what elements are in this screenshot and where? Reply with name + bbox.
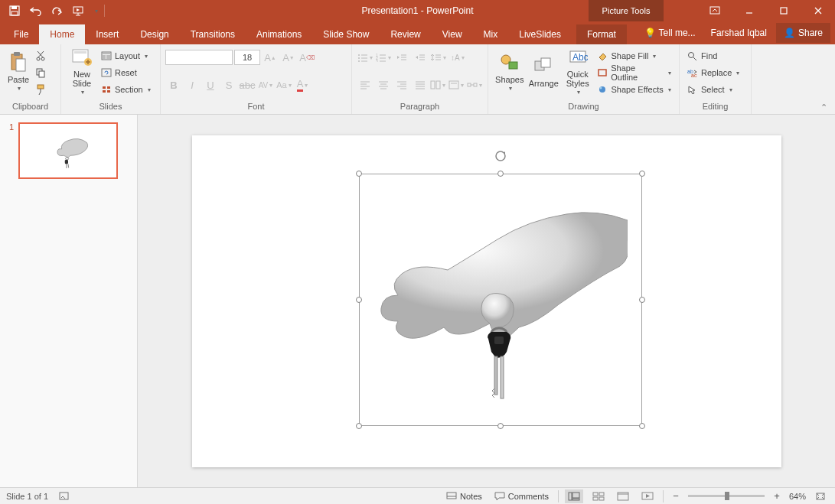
- comments-button[interactable]: Comments: [491, 488, 552, 505]
- slide[interactable]: [192, 135, 781, 467]
- bullets-button[interactable]: [357, 49, 373, 66]
- text-direction-button[interactable]: ↕A: [448, 49, 465, 66]
- tab-view[interactable]: View: [432, 24, 473, 44]
- spell-check-icon[interactable]: [59, 491, 71, 502]
- font-family-combo[interactable]: [165, 50, 233, 65]
- fit-to-window-button[interactable]: [812, 488, 829, 505]
- zoom-level[interactable]: 64%: [789, 492, 806, 501]
- shape-outline-button[interactable]: Shape Outline: [594, 64, 674, 81]
- increase-indent-button[interactable]: [412, 49, 429, 66]
- align-right-button[interactable]: [393, 76, 410, 93]
- decrease-font-button[interactable]: A▼: [280, 49, 297, 66]
- columns-button[interactable]: [429, 76, 446, 93]
- char-spacing-button[interactable]: AV: [257, 76, 274, 93]
- slide-sorter-view-button[interactable]: [589, 489, 608, 503]
- ribbon-display-options-button[interactable]: [697, 0, 732, 21]
- arrange-button[interactable]: Arrange: [527, 46, 561, 96]
- tab-design[interactable]: Design: [129, 24, 179, 44]
- window-title: Presentation1 - PowerPoint: [361, 5, 473, 16]
- tab-home[interactable]: Home: [39, 24, 85, 44]
- shadow-button[interactable]: S: [220, 76, 237, 93]
- slide-thumbnail-panel[interactable]: 1: [0, 115, 138, 487]
- thumbnail-slide-1[interactable]: 1: [9, 122, 128, 179]
- tab-liveslides[interactable]: LiveSlides: [508, 24, 572, 44]
- normal-view-button[interactable]: [565, 489, 583, 503]
- share-button[interactable]: 👤Share: [776, 23, 830, 43]
- resize-handle-bm[interactable]: [497, 423, 504, 429]
- tab-review[interactable]: Review: [380, 24, 431, 44]
- resize-handle-mr[interactable]: [639, 297, 645, 303]
- shape-effects-button[interactable]: Shape Effects: [594, 81, 674, 98]
- paragraph-group-label: Paragraph: [352, 102, 488, 114]
- decrease-indent-button[interactable]: [393, 49, 410, 66]
- thumbnail-preview[interactable]: [18, 122, 118, 179]
- tab-mix[interactable]: Mix: [473, 24, 509, 44]
- change-case-button[interactable]: Aa: [276, 76, 292, 93]
- bold-button[interactable]: B: [165, 76, 182, 93]
- font-size-combo[interactable]: 18: [234, 50, 260, 65]
- zoom-out-button[interactable]: −: [670, 488, 682, 505]
- quick-styles-button[interactable]: AbcQuick Styles: [561, 46, 595, 96]
- tab-file[interactable]: File: [3, 24, 39, 44]
- line-spacing-button[interactable]: [430, 49, 447, 66]
- zoom-slider[interactable]: [688, 495, 765, 497]
- select-button[interactable]: Select: [684, 81, 742, 98]
- new-slide-button[interactable]: New Slide: [66, 46, 98, 96]
- tab-slideshow[interactable]: Slide Show: [312, 24, 380, 44]
- zoom-in-button[interactable]: +: [771, 488, 783, 505]
- reset-button[interactable]: Reset: [98, 64, 154, 81]
- section-button[interactable]: Section: [98, 81, 154, 98]
- numbering-button[interactable]: 123: [375, 49, 392, 66]
- tab-insert[interactable]: Insert: [85, 24, 129, 44]
- start-from-beginning-button[interactable]: [69, 2, 89, 20]
- clear-formatting-button[interactable]: A⌫: [298, 49, 315, 66]
- shape-fill-button[interactable]: Shape Fill: [594, 47, 674, 64]
- underline-button[interactable]: U: [202, 76, 219, 93]
- paste-button[interactable]: Paste: [5, 46, 32, 96]
- resize-handle-bl[interactable]: [356, 423, 362, 429]
- redo-button[interactable]: [47, 2, 67, 20]
- reading-view-button[interactable]: [614, 489, 632, 503]
- zoom-slider-thumb[interactable]: [725, 492, 729, 500]
- replace-button[interactable]: abacReplace: [684, 64, 742, 81]
- align-center-button[interactable]: [375, 76, 392, 93]
- resize-handle-br[interactable]: [639, 423, 645, 429]
- format-painter-button[interactable]: [32, 81, 49, 98]
- tab-animations[interactable]: Animations: [246, 24, 312, 44]
- tab-format[interactable]: Format: [576, 24, 627, 44]
- qat-customize-button[interactable]: [90, 2, 101, 20]
- align-text-button[interactable]: [448, 76, 465, 93]
- collapse-ribbon-button[interactable]: ⌃: [817, 102, 830, 112]
- close-button[interactable]: [801, 0, 835, 21]
- find-button[interactable]: Find: [684, 47, 742, 64]
- minimize-button[interactable]: [732, 0, 766, 21]
- resize-handle-tl[interactable]: [356, 171, 362, 177]
- layout-button[interactable]: Layout: [98, 47, 154, 64]
- resize-handle-tm[interactable]: [497, 171, 504, 177]
- undo-button[interactable]: [26, 2, 46, 20]
- save-button[interactable]: [5, 2, 24, 20]
- smartart-button[interactable]: [466, 76, 483, 93]
- tell-me-button[interactable]: 💡Tell me...: [638, 23, 702, 43]
- maximize-button[interactable]: [766, 0, 801, 21]
- hand-holding-keys-image[interactable]: [375, 205, 628, 404]
- strikethrough-button[interactable]: abc: [239, 76, 256, 93]
- justify-button[interactable]: [412, 76, 429, 93]
- notes-button[interactable]: Notes: [443, 488, 485, 505]
- resize-handle-tr[interactable]: [639, 171, 645, 177]
- slide-canvas-area[interactable]: [138, 115, 835, 487]
- cut-button[interactable]: [32, 47, 49, 64]
- user-account[interactable]: Farshad Iqbal: [705, 23, 773, 43]
- rotate-handle[interactable]: [494, 150, 507, 162]
- copy-button[interactable]: [32, 64, 49, 81]
- italic-button[interactable]: I: [184, 76, 201, 93]
- align-left-button[interactable]: [357, 76, 373, 93]
- shapes-button[interactable]: Shapes: [493, 46, 527, 96]
- slide-info[interactable]: Slide 1 of 1: [6, 492, 48, 501]
- resize-handle-ml[interactable]: [356, 297, 362, 303]
- picture-selection-box[interactable]: [359, 174, 642, 426]
- font-color-button[interactable]: A: [294, 76, 311, 93]
- slideshow-view-button[interactable]: [638, 489, 657, 503]
- increase-font-button[interactable]: A▲: [262, 49, 279, 66]
- tab-transitions[interactable]: Transitions: [180, 24, 246, 44]
